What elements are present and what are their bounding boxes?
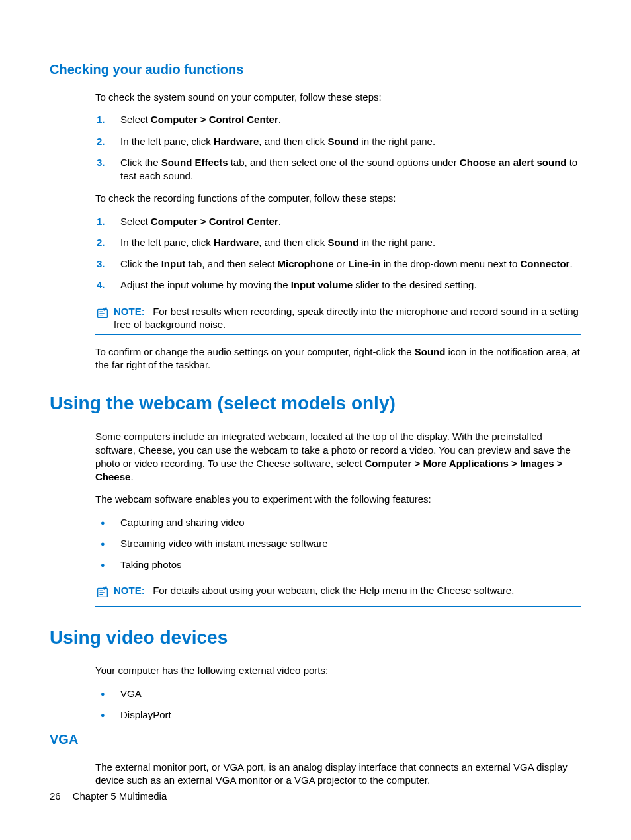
bullet-list-video: ●VGA ●DisplayPort (95, 687, 581, 722)
steps-list-recording: 1. Select Computer > Control Center. 2. … (95, 215, 581, 292)
list-text: In the left pane, click Hardware, and th… (120, 236, 581, 249)
note-text: NOTE: For best results when recording, s… (114, 305, 581, 332)
list-number: 3. (95, 257, 120, 271)
bullet-icon: ● (95, 537, 120, 550)
list-number: 1. (95, 113, 120, 126)
list-number: 2. (95, 236, 120, 249)
list-text: Taking photos (120, 558, 581, 571)
list-text: Select Computer > Control Center. (120, 113, 581, 126)
list-item: ●Taking photos (95, 558, 581, 571)
intro-text: To check the recording functions of the … (95, 192, 581, 205)
list-text: In the left pane, click Hardware, and th… (120, 135, 581, 148)
paragraph: Your computer has the following external… (95, 664, 581, 677)
note-text: NOTE: For details about using your webca… (114, 584, 581, 597)
heading-using-video-devices: Using video devices (50, 625, 581, 650)
bullet-icon: ● (95, 708, 120, 722)
list-text: VGA (120, 687, 581, 700)
heading-checking-audio: Checking your audio functions (50, 61, 581, 79)
list-item: ●DisplayPort (95, 708, 581, 722)
intro-text: To check the system sound on your comput… (95, 91, 581, 104)
list-number: 2. (95, 135, 120, 148)
list-text: Select Computer > Control Center. (120, 215, 581, 228)
page-footer: 26Chapter 5 Multimedia (50, 790, 167, 803)
list-item: ●Capturing and sharing video (95, 516, 581, 529)
list-text: Adjust the input volume by moving the In… (120, 278, 581, 292)
list-item: 1. Select Computer > Control Center. (95, 215, 581, 228)
page-number: 26 (50, 790, 61, 802)
note-icon (95, 306, 111, 323)
list-item: 4. Adjust the input volume by moving the… (95, 278, 581, 292)
heading-vga: VGA (50, 731, 581, 749)
bullet-icon: ● (95, 687, 120, 700)
list-number: 3. (95, 156, 120, 183)
heading-using-webcam: Using the webcam (select models only) (50, 391, 581, 416)
list-item: 3. Click the Sound Effects tab, and then… (95, 156, 581, 183)
list-item: ●VGA (95, 687, 581, 700)
list-text: Click the Sound Effects tab, and then se… (120, 156, 581, 183)
chapter-label: Chapter 5 Multimedia (73, 790, 167, 802)
list-number: 1. (95, 215, 120, 228)
bullet-icon: ● (95, 516, 120, 529)
list-item: 3. Click the Input tab, and then select … (95, 257, 581, 271)
paragraph: Some computers include an integrated web… (95, 430, 581, 483)
paragraph: To confirm or change the audio settings … (95, 345, 581, 372)
list-item: ●Streaming video with instant message so… (95, 537, 581, 550)
list-text: Streaming video with instant message sof… (120, 537, 581, 550)
note-callout: NOTE: For details about using your webca… (95, 581, 581, 606)
list-text: Click the Input tab, and then select Mic… (120, 257, 581, 271)
list-item: 1. Select Computer > Control Center. (95, 113, 581, 126)
paragraph: The external monitor port, or VGA port, … (95, 761, 581, 788)
list-number: 4. (95, 278, 120, 292)
note-icon (95, 585, 111, 603)
list-item: 2. In the left pane, click Hardware, and… (95, 135, 581, 148)
list-text: Capturing and sharing video (120, 516, 581, 529)
list-item: 2. In the left pane, click Hardware, and… (95, 236, 581, 249)
bullet-list-webcam: ●Capturing and sharing video ●Streaming … (95, 516, 581, 572)
bullet-icon: ● (95, 558, 120, 571)
paragraph: The webcam software enables you to exper… (95, 493, 581, 506)
steps-list-sound: 1. Select Computer > Control Center. 2. … (95, 113, 581, 183)
list-text: DisplayPort (120, 708, 581, 722)
note-callout: NOTE: For best results when recording, s… (95, 302, 581, 335)
